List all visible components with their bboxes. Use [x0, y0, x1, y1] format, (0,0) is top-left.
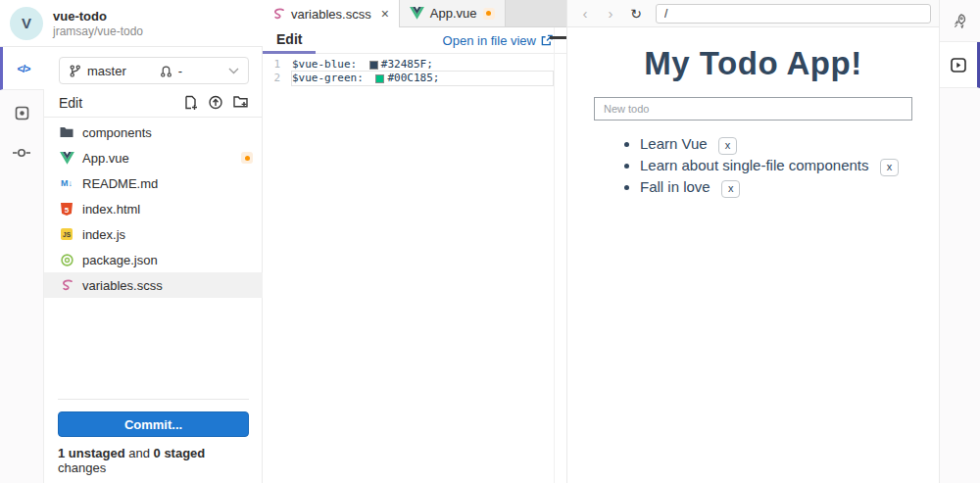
subtab-edit[interactable]: Edit — [263, 27, 316, 54]
project-namespace: jramsay/vue-todo — [53, 24, 143, 38]
commit-section: Commit... 1 unstaged and 0 staged change… — [44, 399, 263, 483]
scss-value: #32485F; — [381, 58, 433, 72]
package-icon — [59, 254, 74, 266]
file-label: index.js — [82, 227, 125, 242]
file-tree: components App.vue M↓ README.md 5 index.… — [44, 120, 263, 298]
vue-icon — [410, 7, 424, 20]
back-icon[interactable]: ‹ — [575, 5, 595, 23]
right-rail — [939, 0, 980, 483]
scss-variable: $vue-blue: — [292, 58, 364, 72]
file-label: README.md — [82, 176, 158, 191]
pipeline-icon[interactable] — [13, 146, 30, 160]
file-panel: master - Edit — [44, 47, 263, 483]
play-square-icon — [951, 58, 966, 72]
file-label: App.vue — [82, 151, 129, 166]
tree-row-app-vue[interactable]: App.vue — [44, 145, 263, 170]
review-icon[interactable] — [15, 106, 29, 121]
code-line-1: 1 $vue-blue: #32485F; — [263, 58, 566, 72]
tab-strip: variables.scss × App.vue — [263, 0, 566, 27]
editor-minimap — [554, 27, 566, 483]
tree-row-index-js[interactable]: JS index.js — [44, 221, 263, 247]
new-todo-input[interactable] — [594, 97, 912, 121]
preview-navbar: ‹ › ↻ — [567, 0, 939, 27]
svg-text:JS: JS — [63, 231, 72, 238]
todo-item: Learn Vue x — [640, 133, 912, 155]
js-icon: JS — [59, 228, 74, 240]
editor-pane: variables.scss × App.vue Edit Open in fi… — [263, 0, 566, 483]
remove-todo-button[interactable]: x — [721, 180, 741, 198]
folder-icon — [59, 126, 74, 138]
tab-variables-scss[interactable]: variables.scss × — [263, 0, 400, 27]
changes-suffix: changes — [58, 460, 106, 475]
live-preview-toggle[interactable] — [940, 42, 980, 88]
remove-todo-button[interactable]: x — [880, 159, 900, 176]
tree-row-components[interactable]: components — [44, 120, 263, 145]
project-name: vue-todo — [53, 9, 143, 24]
open-in-file-view-link[interactable]: Open in file view — [443, 33, 553, 48]
tab-label: App.vue — [430, 6, 477, 21]
open-in-file-view-label: Open in file view — [443, 33, 536, 48]
line-number: 2 — [263, 72, 292, 85]
edit-section-title: Edit — [59, 95, 82, 111]
file-label: index.html — [82, 202, 140, 217]
tree-row-variables-scss[interactable]: variables.scss — [44, 272, 263, 298]
html5-icon: 5 — [59, 203, 74, 216]
merge-request-value: - — [178, 64, 182, 78]
editor-scrollbar[interactable] — [550, 36, 566, 39]
branch-name: master — [87, 64, 126, 78]
rail-item-edit[interactable]: </> — [0, 47, 44, 90]
file-label: variables.scss — [82, 278, 163, 293]
line-number: 1 — [263, 58, 292, 72]
markdown-icon: M↓ — [59, 178, 74, 188]
scss-variable: $vue-green: — [292, 72, 369, 85]
todo-text: Learn Vue — [640, 135, 708, 152]
app-title: My Todo App! — [594, 45, 912, 82]
rocket-icon[interactable] — [940, 0, 980, 42]
code-line-2: 2 $vue-green: #00C185; — [263, 72, 566, 85]
tab-app-vue[interactable]: App.vue — [400, 0, 506, 26]
changes-and: and — [125, 446, 154, 460]
url-input[interactable] — [656, 4, 931, 24]
branch-selector[interactable]: master - — [59, 57, 249, 84]
new-file-icon[interactable] — [184, 95, 198, 110]
tree-row-package-json[interactable]: package.json — [44, 247, 263, 272]
preview-app: My Todo App! Learn Vue x Learn about sin… — [567, 45, 939, 198]
divider — [58, 399, 249, 400]
tree-row-readme[interactable]: M↓ README.md — [44, 170, 263, 196]
todo-text: Fall in love — [640, 178, 710, 195]
new-folder-icon[interactable] — [233, 95, 248, 110]
color-swatch — [375, 74, 384, 83]
edit-section-header: Edit — [44, 88, 263, 118]
merge-request-icon — [160, 65, 172, 77]
sass-icon — [59, 279, 74, 291]
changes-summary: 1 unstaged and 0 staged changes — [58, 446, 249, 475]
code-editor[interactable]: 1 $vue-blue: #32485F; 2 $vue-green: #00C… — [263, 54, 566, 85]
web-ide: V vue-todo jramsay/vue-todo </> master — [0, 0, 980, 483]
staged-count: 0 staged — [154, 446, 206, 460]
todo-item: Learn about single-file components x — [640, 155, 912, 176]
project-avatar: V — [10, 7, 43, 40]
modified-dot-icon — [483, 8, 495, 20]
file-label: components — [82, 125, 152, 140]
unstaged-count: 1 unstaged — [58, 446, 125, 460]
remove-todo-button[interactable]: x — [718, 137, 738, 155]
todo-item: Fall in love x — [640, 176, 912, 198]
code-icon: </> — [18, 63, 30, 74]
tab-label: variables.scss — [291, 7, 371, 22]
upload-file-icon[interactable] — [208, 95, 223, 110]
chevron-down-icon — [228, 68, 239, 74]
live-preview-pane: ‹ › ↻ My Todo App! Learn Vue x Learn abo… — [566, 0, 939, 483]
commit-button[interactable]: Commit... — [58, 411, 249, 437]
scss-value: #00C185; — [387, 72, 439, 85]
refresh-icon[interactable]: ↻ — [626, 5, 646, 23]
color-swatch — [369, 61, 378, 70]
close-icon[interactable]: × — [381, 6, 389, 22]
branch-icon — [69, 65, 81, 77]
file-label: package.json — [82, 253, 158, 267]
tree-row-index-html[interactable]: 5 index.html — [44, 196, 263, 221]
todo-text: Learn about single-file components — [640, 157, 868, 173]
editor-subheader: Edit Open in file view — [263, 27, 566, 54]
svg-text:5: 5 — [65, 205, 70, 214]
vue-icon — [59, 152, 74, 165]
forward-icon[interactable]: › — [601, 5, 620, 23]
